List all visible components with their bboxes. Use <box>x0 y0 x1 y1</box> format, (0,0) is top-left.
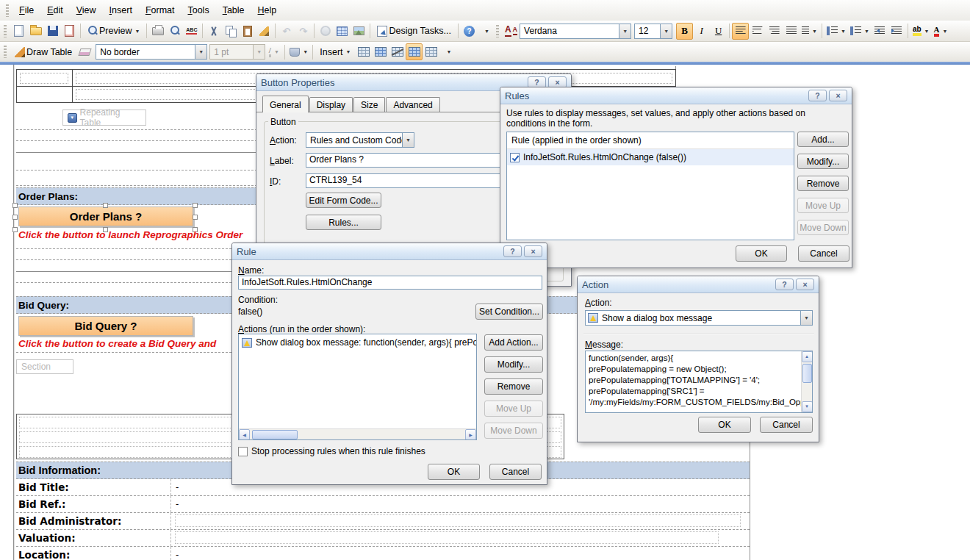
scroll-up-icon[interactable]: ▲ <box>802 351 813 362</box>
toolbar-options-button[interactable]: ▼ <box>478 23 495 40</box>
decrease-indent-button[interactable] <box>872 23 888 40</box>
preview-button[interactable]: Preview▼ <box>83 23 144 40</box>
selection-handle[interactable] <box>12 215 18 220</box>
border-color-button[interactable]: /▼ <box>265 43 282 60</box>
modify-action-button[interactable]: Modify... <box>484 356 543 373</box>
menu-format[interactable]: Format <box>139 2 182 18</box>
publish-button[interactable] <box>61 23 78 40</box>
action-combo[interactable]: Rules and Custom Code ▼ <box>306 132 414 148</box>
menu-tools[interactable]: Tools <box>181 2 215 18</box>
selection-handle[interactable] <box>103 203 108 208</box>
bid-ref-value[interactable]: - <box>170 496 750 512</box>
spelling-button[interactable]: ABC <box>183 23 200 40</box>
table-cell[interactable] <box>20 73 68 84</box>
toolbar-grip[interactable] <box>4 46 7 58</box>
tab-advanced[interactable]: Advanced <box>386 97 439 112</box>
redo-button[interactable]: ↷ <box>295 23 312 40</box>
draw-table-button[interactable]: Draw Table <box>10 43 76 60</box>
message-textarea[interactable]: function(sender, args){ prePopulatemappi… <box>585 351 813 413</box>
scroll-down-icon[interactable]: ▼ <box>802 401 813 412</box>
bold-button[interactable]: B <box>676 23 693 40</box>
stop-processing-checkbox[interactable] <box>238 447 248 456</box>
undo-button[interactable]: ↶ <box>278 23 295 40</box>
chevron-down-icon[interactable]: ▼ <box>253 45 265 59</box>
cut-button[interactable] <box>205 23 222 40</box>
add-rule-button[interactable]: Add... <box>797 132 849 147</box>
rule-list-item[interactable]: InfoJetSoft.Rules.HtmlOnChange (false()) <box>507 149 794 165</box>
increase-indent-button[interactable] <box>888 23 905 40</box>
tab-display[interactable]: Display <box>309 97 353 112</box>
valuation-value[interactable] <box>170 530 750 546</box>
menu-view[interactable]: View <box>70 2 103 18</box>
move-down-button[interactable]: Move Down <box>484 423 543 439</box>
location-value[interactable]: - <box>170 547 750 560</box>
remove-action-button[interactable]: Remove <box>484 378 543 395</box>
toolbar-grip[interactable] <box>6 4 9 17</box>
remove-rule-button[interactable]: Remove <box>797 176 849 191</box>
repeating-table-icon[interactable]: ▼ <box>68 113 77 123</box>
toolbar-grip[interactable] <box>496 25 499 37</box>
highlight-button[interactable]: ab▼ <box>910 23 932 40</box>
cancel-button[interactable]: Cancel <box>489 464 542 480</box>
action-type-combo[interactable]: Show a dialog box message ▼ <box>585 310 813 326</box>
text-field-placeholder[interactable] <box>175 531 719 544</box>
copy-button[interactable] <box>222 23 239 40</box>
rules-titlebar[interactable]: Rules ? × <box>500 87 852 104</box>
tab-general[interactable]: General <box>262 96 309 112</box>
horizontal-scrollbar[interactable]: ◀ ▶ <box>239 428 476 439</box>
actions-list[interactable]: Show dialog box message: function(sender… <box>238 334 477 440</box>
align-left-button[interactable] <box>732 23 749 40</box>
selection-handle[interactable] <box>193 215 198 220</box>
align-center-button[interactable] <box>749 23 766 40</box>
split-cells-button[interactable] <box>389 43 406 60</box>
section-tag[interactable]: Section <box>16 359 73 374</box>
rule-name-field[interactable]: InfoJetSoft.Rules.HtmlOnChange <box>238 276 542 290</box>
action-list-item[interactable]: Show dialog box message: function(sender… <box>239 334 476 351</box>
open-button[interactable] <box>27 23 44 40</box>
font-size-combo[interactable]: 12▼ <box>634 24 672 39</box>
help-icon[interactable]: ? <box>775 279 794 290</box>
cancel-button[interactable]: Cancel <box>798 245 849 262</box>
menu-file[interactable]: File <box>12 2 40 18</box>
ok-button[interactable]: OK <box>698 417 751 433</box>
close-icon[interactable]: × <box>524 245 542 257</box>
design-tasks-button[interactable]: Design Tasks... <box>373 23 456 40</box>
toolbar-options-button[interactable]: ▼ <box>439 43 456 60</box>
chevron-down-icon[interactable]: ▼ <box>800 311 812 325</box>
help-icon[interactable]: ? <box>503 245 522 257</box>
toolbar-grip[interactable] <box>4 25 7 37</box>
print-button[interactable] <box>149 23 166 40</box>
align-right-button[interactable] <box>766 23 783 40</box>
tab-size[interactable]: Size <box>353 97 385 112</box>
scroll-left-icon[interactable]: ◀ <box>239 429 250 440</box>
shading-color-button[interactable]: ▼ <box>287 43 310 60</box>
add-action-button[interactable]: Add Action... <box>484 334 543 351</box>
rules-list[interactable]: Rule (applied in the order shown) InfoJe… <box>506 132 794 240</box>
modify-rule-button[interactable]: Modify... <box>797 154 849 169</box>
chevron-down-icon[interactable]: ▼ <box>402 133 414 147</box>
font-name-combo[interactable]: Verdana▼ <box>520 24 631 39</box>
chevron-down-icon[interactable]: ▼ <box>660 24 672 38</box>
hyperlink-button[interactable] <box>317 23 334 40</box>
help-button[interactable]: ? <box>461 23 478 40</box>
insert-menu-button[interactable]: Insert▼ <box>315 43 355 60</box>
scrollbar-thumb[interactable] <box>252 430 298 439</box>
vertical-scrollbar[interactable]: ▲ ▼ <box>801 351 812 412</box>
move-up-button[interactable]: Move Up <box>484 401 543 417</box>
menu-edit[interactable]: Edit <box>40 2 70 18</box>
menu-insert[interactable]: Insert <box>103 2 139 18</box>
paste-button[interactable] <box>239 23 256 40</box>
format-painter-button[interactable] <box>256 23 273 40</box>
order-plans-form-button[interactable]: Order Plans ? <box>18 207 193 226</box>
chevron-down-icon[interactable]: ▼ <box>619 24 630 38</box>
selection-handle[interactable] <box>12 227 18 232</box>
underline-button[interactable]: U <box>710 23 727 40</box>
ok-button[interactable]: OK <box>736 245 787 262</box>
close-icon[interactable]: × <box>829 90 847 101</box>
rule-titlebar[interactable]: Rule ? × <box>232 243 547 260</box>
repeating-table-tag[interactable]: ▼ Repeating Table <box>62 110 146 126</box>
text-field-placeholder[interactable] <box>175 514 741 527</box>
table-grid-button[interactable] <box>355 43 372 60</box>
new-document-button[interactable] <box>10 23 27 40</box>
cancel-button[interactable]: Cancel <box>760 417 813 433</box>
